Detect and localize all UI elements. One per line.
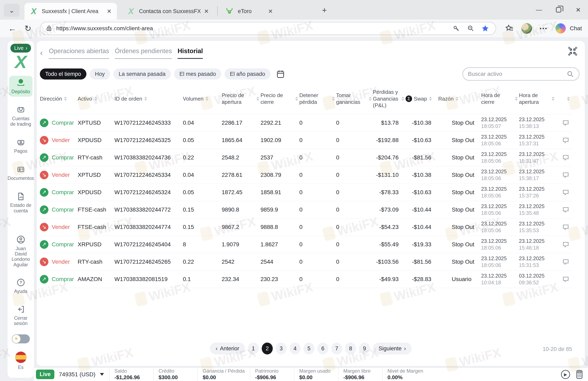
comment-icon[interactable]	[562, 224, 569, 231]
back-chevron-icon[interactable]: ‹	[40, 49, 43, 57]
close-tab-icon[interactable]: ✕	[268, 8, 273, 15]
tab-historial[interactable]: Historial	[178, 47, 203, 59]
page-button-2[interactable]: 2	[262, 343, 273, 355]
sidebar-item-estado-de-cuenta[interactable]: Estado de cuenta	[9, 189, 32, 216]
sidebar-item-pagos[interactable]: Pagos	[9, 135, 32, 156]
search-input[interactable]	[468, 71, 566, 77]
comment-cell[interactable]	[556, 241, 571, 248]
column-header-tomar-ganancias[interactable]: Tomar ganancias	[336, 92, 373, 105]
column-header-id-de-orden[interactable]: ID de orden	[114, 95, 183, 102]
sidebar-user[interactable]: Juan David Londono Aguilar	[9, 232, 32, 270]
comment-icon[interactable]	[562, 154, 569, 161]
sort-icon[interactable]	[401, 97, 404, 101]
page-button-4[interactable]: 4	[290, 343, 300, 355]
table-row[interactable]: ↗ComprarRTY-cashW17038338202447360.22254…	[40, 149, 572, 166]
page-button-8[interactable]: 8	[345, 343, 356, 355]
column-header-precio-de-apertura[interactable]: Precio de apertura	[222, 92, 260, 105]
comment-icon[interactable]	[562, 275, 569, 283]
comment-icon[interactable]	[562, 189, 569, 196]
calculator-icon[interactable]	[575, 370, 584, 379]
comment-cell[interactable]	[556, 154, 571, 161]
address-bar[interactable]: https://www.suxxessfx.com/client-area	[40, 22, 496, 35]
page-button-3[interactable]: 3	[276, 343, 287, 355]
sidebar-item-documentos[interactable]: Documentos	[9, 162, 32, 183]
column-header-volumen[interactable]: Volumen	[183, 95, 222, 102]
table-row[interactable]: ↗ComprarXRPUSDW170721224624540481.90791.…	[40, 236, 572, 253]
chat-label[interactable]: Chat	[570, 25, 582, 32]
back-icon[interactable]: ←	[8, 24, 16, 33]
sort-icon[interactable]	[256, 97, 259, 101]
sort-icon[interactable]	[94, 97, 97, 101]
column-header-detener-p-rdida[interactable]: Detener pérdida	[299, 92, 336, 105]
table-row[interactable]: ↗ComprarAMAZONW1703833820815190.1232.342…	[40, 271, 572, 288]
sort-icon[interactable]	[515, 97, 518, 101]
next-page-button[interactable]: Siguiente ›	[373, 343, 412, 355]
comment-cell[interactable]	[556, 275, 571, 283]
account-dropdown-icon[interactable]	[100, 373, 104, 376]
browser-tab-client-area[interactable]: X Suxxessfx | Client Area ✕	[24, 3, 117, 20]
column-header-p-rdidas-y-ganancias-p-l[interactable]: Pérdidas y Ganancias (P&L)	[373, 89, 406, 109]
comment-icon[interactable]	[562, 136, 569, 144]
table-row[interactable]: ↗ComprarFTSE-cashW17038338202447720.1598…	[40, 201, 572, 219]
comment-icon[interactable]	[562, 171, 569, 179]
sort-icon[interactable]	[369, 97, 372, 101]
column-header-swap[interactable]: ΣSwap	[406, 95, 438, 102]
page-button-7[interactable]: 7	[331, 343, 342, 355]
tab-list-chevron-icon[interactable]: ⌄	[4, 4, 20, 17]
sort-icon[interactable]	[552, 97, 554, 101]
restore-window-icon[interactable]	[549, 0, 568, 20]
sort-icon[interactable]	[64, 97, 67, 101]
sort-icon[interactable]	[567, 97, 570, 101]
search-icon[interactable]	[566, 70, 574, 78]
column-header-hora-de-cierre[interactable]: Hora de cierre	[481, 92, 519, 105]
comment-cell[interactable]	[556, 206, 571, 213]
tab-operaciones-abiertas[interactable]: Operaciones abiertas	[49, 47, 109, 59]
sidebar-item-deposito[interactable]: $ Depósito	[9, 76, 32, 97]
sidebar-item-cerrar-sesion[interactable]: Cerrar sesión	[9, 302, 32, 329]
column-header-raz-n[interactable]: Razón	[438, 95, 481, 102]
chip-el-ano-pasado[interactable]: El año pasado	[225, 68, 271, 80]
browser-tab-contact[interactable]: X Contacta con SuxxessFX ✕	[122, 3, 214, 20]
column-header-direcci-n[interactable]: Dirección	[40, 95, 78, 102]
page-button-1[interactable]: 1	[248, 343, 259, 355]
favorites-icon[interactable]	[505, 24, 514, 33]
sort-icon[interactable]	[332, 97, 335, 101]
sort-icon[interactable]	[456, 97, 459, 101]
close-tab-icon[interactable]: ✕	[107, 8, 112, 15]
comment-cell[interactable]	[556, 119, 571, 127]
chip-todo-el-tiempo[interactable]: Todo el tiempo	[40, 68, 86, 80]
column-header-activo[interactable]: Activo	[78, 95, 114, 102]
table-row[interactable]: ↘VenderXPTUSDW17072122462453340.042278.6…	[40, 166, 572, 184]
password-key-icon[interactable]	[453, 25, 460, 32]
column-header-hora-de-apertura[interactable]: Hora de apertura	[519, 92, 556, 105]
sort-icon[interactable]	[144, 97, 147, 101]
language-selector[interactable]: Es	[9, 349, 32, 372]
live-account-badge[interactable]: Live›	[10, 44, 31, 52]
minimize-icon[interactable]: —	[529, 0, 549, 20]
browser-tab-etoro[interactable]: eToro ✕	[220, 3, 310, 20]
new-tab-icon[interactable]: +	[322, 6, 327, 15]
column-header-comment[interactable]	[556, 97, 571, 101]
close-tab-icon[interactable]: ✕	[204, 8, 209, 15]
profile-avatar[interactable]	[521, 23, 532, 34]
comment-cell[interactable]	[556, 136, 571, 144]
table-row[interactable]: ↘VenderXPDUSDW17072122462453250.051865.6…	[40, 132, 572, 149]
page-button-5[interactable]: 5	[303, 343, 315, 355]
sort-icon[interactable]	[295, 97, 298, 101]
chip-el-mes-pasado[interactable]: El mes pasado	[174, 68, 221, 80]
sort-icon[interactable]	[206, 97, 209, 101]
comment-icon[interactable]	[562, 258, 569, 266]
sort-icon[interactable]	[429, 97, 432, 101]
column-header-precio-de-cierre[interactable]: Precio de cierre	[260, 92, 299, 105]
close-window-icon[interactable]: ✕	[568, 0, 588, 20]
comment-icon[interactable]	[562, 119, 569, 127]
comment-icon[interactable]	[562, 241, 569, 248]
comment-cell[interactable]	[556, 224, 571, 231]
bookmark-star-icon[interactable]	[481, 24, 489, 32]
search-box[interactable]	[462, 67, 579, 81]
prev-page-button[interactable]: ‹ Anterior	[210, 343, 245, 355]
zoom-out-icon[interactable]	[467, 25, 474, 32]
play-icon[interactable]: ▶	[561, 370, 570, 379]
theme-toggle[interactable]: ☀	[12, 335, 30, 343]
table-row[interactable]: ↘VenderFTSE-cashW17038338202447740.15986…	[40, 219, 572, 236]
